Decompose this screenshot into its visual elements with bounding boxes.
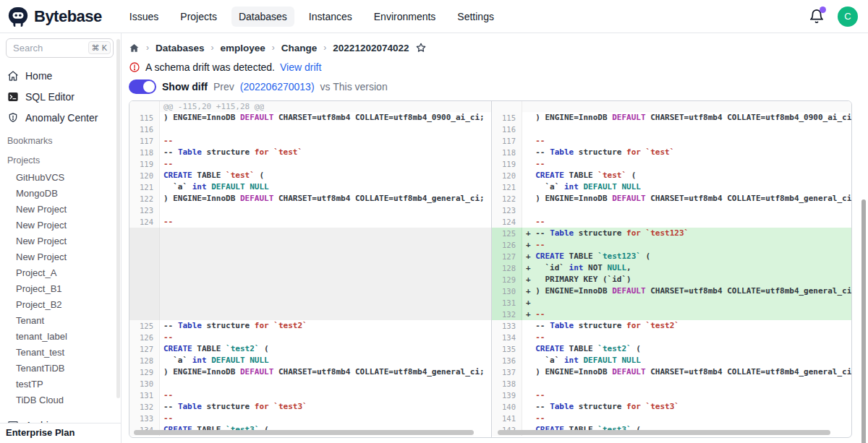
- sidebar-project-item[interactable]: GitHubVCS: [0, 170, 121, 186]
- code-line: ) ENGINE=InnoDB DEFAULT CHARSET=utf8mb4 …: [160, 366, 485, 378]
- sidebar-section-bookmarks[interactable]: Bookmarks: [0, 134, 121, 147]
- nav-item-databases[interactable]: Databases: [231, 7, 294, 27]
- diff-row: 138: [492, 378, 851, 390]
- line-number: 117: [492, 135, 522, 147]
- sidebar-scrollbar[interactable]: [116, 39, 120, 398]
- sidebar-item-label: SQL Editor: [25, 91, 75, 103]
- code-line: --: [160, 390, 173, 401]
- line-number: [129, 285, 160, 297]
- line-number: 127: [492, 251, 522, 262]
- line-number: 120: [129, 170, 160, 181]
- line-number: [129, 274, 160, 285]
- view-drift-link[interactable]: View drift: [280, 61, 321, 73]
- code-line: [522, 205, 535, 216]
- diff-row: 132+ --: [492, 309, 851, 320]
- project-list: GitHubVCSMongoDBNew ProjectNew ProjectNe…: [0, 170, 121, 408]
- sidebar-project-item[interactable]: Project_A: [0, 265, 121, 281]
- diff-row: [492, 101, 851, 112]
- diff-row: 130+ ) ENGINE=InnoDB DEFAULT CHARSET=utf…: [492, 285, 851, 297]
- toggle-knob: [143, 81, 155, 93]
- notifications-button[interactable]: [809, 9, 825, 25]
- sidebar-project-item[interactable]: New Project: [0, 202, 121, 218]
- sidebar-project-item[interactable]: MongoDB: [0, 186, 121, 202]
- code-line: ) ENGINE=InnoDB DEFAULT CHARSET=utf8mb4 …: [160, 112, 485, 124]
- sidebar-project-item[interactable]: Tenant: [0, 313, 121, 329]
- prev-version-link[interactable]: (202206270013): [240, 81, 315, 93]
- sidebar-item-home[interactable]: Home: [0, 65, 121, 86]
- nav-item-instances[interactable]: Instances: [302, 7, 359, 27]
- diff-row: 129+ PRIMARY KEY (`id`): [492, 274, 851, 285]
- horizontal-scrollbar-left-pane[interactable]: [134, 430, 474, 435]
- show-diff-toggle[interactable]: [129, 79, 156, 94]
- breadcrumb-separator: ›: [272, 43, 275, 53]
- nav-item-issues[interactable]: Issues: [122, 7, 166, 27]
- prev-label: Prev: [213, 81, 234, 93]
- sidebar-item-sql-editor[interactable]: SQL Editor: [0, 86, 121, 107]
- diff-pane-previous: @@ -115,20 +115,28 @@115) ENGINE=InnoDB …: [129, 101, 491, 437]
- line-number: 133: [129, 413, 160, 424]
- breadcrumb-separator: ›: [146, 43, 149, 53]
- avatar[interactable]: C: [838, 7, 858, 27]
- code-line: [160, 251, 163, 262]
- diff-row: 128 `a` int DEFAULT NULL: [129, 355, 491, 366]
- nav-item-settings[interactable]: Settings: [450, 7, 501, 27]
- code-line: +: [522, 297, 535, 309]
- line-number: 119: [129, 158, 160, 170]
- diff-row: 124--: [129, 216, 491, 228]
- breadcrumb: ›Databases›employee›Change›2022120207402…: [129, 40, 868, 55]
- sidebar-project-item[interactable]: tenant_label: [0, 329, 121, 345]
- breadcrumb-item[interactable]: 20221202074022: [333, 43, 409, 53]
- line-number: [129, 228, 160, 239]
- bytebase-logo[interactable]: Bytebase: [7, 6, 102, 27]
- nav-item-projects[interactable]: Projects: [173, 7, 224, 27]
- breadcrumb-item[interactable]: Databases: [156, 43, 205, 53]
- horizontal-scrollbar-right-pane[interactable]: [498, 430, 830, 435]
- main-content: ›Databases›employee›Change›2022120207402…: [122, 33, 868, 443]
- sidebar-project-item[interactable]: New Project: [0, 249, 121, 265]
- diff-row: 116: [129, 124, 491, 135]
- code-line: `a` int DEFAULT NULL: [522, 181, 641, 193]
- line-number: 115: [129, 112, 160, 124]
- line-number: 125: [492, 228, 522, 239]
- diff-row: [129, 309, 491, 320]
- sidebar-project-item[interactable]: TiDB Cloud: [0, 392, 121, 408]
- line-number: 121: [492, 181, 522, 193]
- star-icon[interactable]: [415, 42, 427, 53]
- code-line: + --: [522, 309, 545, 320]
- sidebar-project-item[interactable]: testTP: [0, 377, 121, 392]
- diff-row: [129, 228, 491, 239]
- diff-row: 121 `a` int DEFAULT NULL: [492, 181, 851, 193]
- diff-row: 122 ) ENGINE=InnoDB DEFAULT CHARSET=utf8…: [492, 193, 851, 205]
- line-number: 116: [129, 124, 160, 135]
- sidebar-section-projects[interactable]: Projects: [0, 154, 121, 167]
- breadcrumb-home-icon[interactable]: [129, 43, 140, 53]
- diff-row: 129) ENGINE=InnoDB DEFAULT CHARSET=utf8m…: [129, 366, 491, 378]
- sidebar-project-item[interactable]: Project_B1: [0, 281, 121, 297]
- sidebar-project-item[interactable]: New Project: [0, 218, 121, 233]
- code-line: [160, 309, 163, 320]
- code-line: -- Table structure for `test2`: [522, 320, 679, 332]
- breadcrumb-item[interactable]: Change: [281, 43, 318, 53]
- navbar-right: C: [809, 7, 858, 27]
- line-number: 126: [129, 332, 160, 343]
- sidebar-project-item[interactable]: Project_B2: [0, 297, 121, 313]
- code-line: + PRIMARY KEY (`id`): [522, 274, 631, 285]
- line-number: 122: [492, 193, 522, 205]
- line-number: 131: [129, 390, 160, 401]
- nav-item-environments[interactable]: Environments: [367, 7, 443, 27]
- diff-row: 119 --: [492, 158, 851, 170]
- diff-row: 127CREATE TABLE `test2` (: [129, 343, 491, 355]
- sidebar-project-item[interactable]: Tenant_test: [0, 345, 121, 361]
- breadcrumb-separator: ›: [323, 43, 326, 53]
- sidebar-project-item[interactable]: TenantTiDB: [0, 361, 121, 377]
- brand-name: Bytebase: [34, 7, 102, 26]
- breadcrumb-item[interactable]: employee: [221, 43, 265, 53]
- code-line: @@ -115,20 +115,28 @@: [160, 101, 264, 112]
- diff-row: 119--: [129, 158, 491, 170]
- sidebar-item-anomaly-center[interactable]: Anomaly Center: [0, 107, 121, 128]
- schema-drift-alert: A schema drift was detected. View drift: [129, 61, 868, 74]
- sidebar-project-item[interactable]: New Project: [0, 233, 121, 249]
- sidebar: ⌘ K Home SQL Editor Anomaly Center Bookm…: [0, 33, 122, 443]
- code-line: --: [522, 390, 545, 401]
- page-vertical-scrollbar[interactable]: [861, 199, 866, 443]
